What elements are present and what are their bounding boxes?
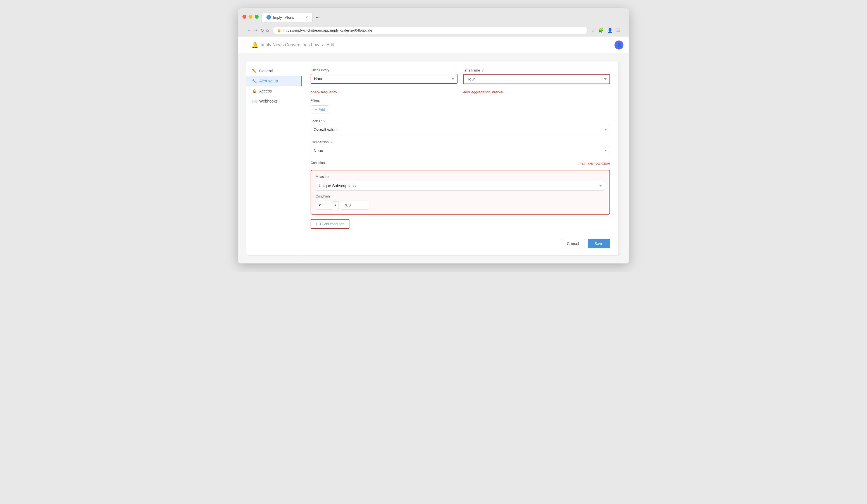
conditions-box: Measure Unique Subscriptions Condition [311, 170, 610, 215]
breadcrumb-action: Edit [326, 42, 334, 47]
app-content: ← 🔔 Imply News Conversions Low / Edit 👤 … [238, 37, 629, 264]
form-footer: Cancel Save [311, 234, 610, 248]
check-every-label: Check every [311, 68, 458, 72]
close-button[interactable] [243, 15, 246, 19]
general-icon: ✏️ [252, 69, 256, 73]
nav-buttons: ← → ↻ ⌂ [247, 28, 269, 33]
app-back-button[interactable]: ← [244, 42, 248, 47]
condition-operator-arrow[interactable]: ▼ [332, 202, 339, 209]
minimize-button[interactable] [249, 15, 253, 19]
cancel-button[interactable]: Cancel [561, 239, 585, 248]
time-frame-annotation: alert aggregation interval [463, 90, 610, 94]
look-at-group: Look at ? Overall values [311, 119, 610, 135]
conditions-section: Conditions main alert condition Measure … [311, 161, 610, 229]
browser-toolbar-icons: ☆ 🧩 👤 ☰ [591, 28, 620, 33]
measure-label: Measure [315, 175, 605, 179]
alert-setup-icon: 🔧 [252, 79, 256, 83]
check-frequency-annotation: check frequency [311, 90, 458, 94]
time-frame-help-icon[interactable]: ? [482, 68, 483, 72]
sidebar-item-general[interactable]: ✏️ General [246, 66, 302, 76]
look-at-select[interactable]: Overall values [311, 125, 610, 135]
conditions-label: Conditions [311, 161, 327, 165]
traffic-lights [243, 15, 259, 19]
active-tab[interactable]: i Imply - Alerts × [262, 13, 312, 22]
comparison-label: Comparison ? [311, 140, 610, 144]
forward-nav-button[interactable]: → [254, 28, 258, 33]
condition-operator-select[interactable]: < [315, 201, 332, 210]
add-filter-label: Add [319, 107, 325, 111]
breadcrumb: Imply News Conversions Low / Edit [260, 42, 334, 47]
measure-select[interactable]: Unique Subscriptions [315, 181, 605, 191]
app-header: ← 🔔 Imply News Conversions Low / Edit 👤 [238, 37, 629, 53]
tab-close-button[interactable]: × [306, 15, 308, 19]
content-card: ✏️ General 🔧 Alert setup 🔒 Access ✉️ Web… [246, 62, 621, 255]
comparison-select[interactable]: None [311, 146, 610, 156]
add-filter-plus-icon: + [315, 107, 317, 111]
sidebar-item-access[interactable]: 🔒 Access [246, 86, 302, 96]
sidebar-item-label-webhooks: Webhooks [259, 99, 278, 103]
tab-favicon: i [267, 15, 271, 20]
comparison-group: Comparison ? None [311, 140, 610, 156]
new-tab-button[interactable]: + [313, 14, 321, 22]
profile-icon[interactable]: 👤 [607, 28, 613, 33]
time-frame-group: Time frame ? Hour [463, 68, 610, 84]
app-header-bell-icon: 🔔 [251, 42, 258, 48]
annotation-row: check frequency alert aggregation interv… [311, 90, 610, 94]
look-at-help-icon[interactable]: ? [323, 119, 325, 123]
breadcrumb-sep: / [322, 42, 323, 47]
condition-operator-group: < ▼ [315, 201, 339, 210]
bookmark-icon[interactable]: ☆ [591, 28, 595, 33]
add-filter-button[interactable]: + Add [311, 105, 329, 114]
filters-section: Filters + Add [311, 99, 610, 114]
form-area: Check every Hour Time frame ? [302, 62, 618, 255]
comparison-help-icon[interactable]: ? [330, 140, 332, 144]
check-every-group: Check every Hour [311, 68, 458, 84]
url-text: https://imply-clickstream.app.imply.io/a… [283, 28, 372, 32]
condition-input-row: < ▼ [315, 201, 605, 210]
condition-row: Condition < ▼ [315, 194, 605, 210]
url-bar[interactable]: 🔒 https://imply-clickstream.app.imply.io… [272, 26, 588, 34]
add-condition-label: + Add condition [320, 222, 344, 226]
measure-group: Measure Unique Subscriptions [315, 175, 605, 191]
add-condition-button[interactable]: + + Add condition [311, 219, 350, 229]
sidebar-item-webhooks[interactable]: ✉️ Webhooks [246, 96, 302, 106]
back-nav-button[interactable]: ← [247, 28, 251, 33]
avatar-icon: 👤 [617, 43, 621, 47]
save-button[interactable]: Save [588, 239, 610, 248]
breadcrumb-page: Imply News Conversions Low [260, 42, 319, 47]
check-every-timeframe-row: Check every Hour Time frame ? [311, 68, 610, 84]
scrollbar[interactable] [618, 62, 621, 255]
address-bar: ← → ↻ ⌂ 🔒 https://imply-clickstream.app.… [243, 24, 624, 37]
main-alert-condition-annotation: main alert condition [578, 161, 610, 165]
reload-button[interactable]: ↻ [260, 28, 264, 33]
menu-icon[interactable]: ☰ [616, 28, 620, 33]
sidebar-item-label-general: General [259, 69, 273, 73]
security-icon: 🔒 [277, 29, 281, 32]
look-at-label: Look at ? [311, 119, 610, 123]
maximize-button[interactable] [255, 15, 259, 19]
sidebar: ✏️ General 🔧 Alert setup 🔒 Access ✉️ Web… [246, 62, 302, 255]
time-frame-label: Time frame ? [463, 68, 610, 72]
tab-bar: i Imply - Alerts × + [262, 13, 321, 22]
time-frame-select[interactable]: Hour [463, 74, 610, 84]
avatar[interactable]: 👤 [614, 41, 623, 50]
filters-label: Filters [311, 99, 610, 103]
webhooks-icon: ✉️ [252, 99, 256, 103]
sidebar-item-alert-setup[interactable]: 🔧 Alert setup [246, 76, 302, 86]
sidebar-item-label-alert-setup: Alert setup [259, 79, 278, 83]
browser-titlebar: i Imply - Alerts × + ← → ↻ ⌂ 🔒 https://i… [238, 8, 629, 37]
access-icon: 🔒 [252, 89, 256, 93]
tab-title: Imply - Alerts [273, 15, 294, 20]
condition-label: Condition [315, 194, 605, 199]
home-button[interactable]: ⌂ [266, 28, 269, 33]
browser-window: i Imply - Alerts × + ← → ↻ ⌂ 🔒 https://i… [238, 8, 629, 264]
check-every-select[interactable]: Hour [311, 74, 458, 84]
sidebar-item-label-access: Access [259, 89, 272, 93]
condition-value-input[interactable] [341, 201, 369, 210]
extensions-icon[interactable]: 🧩 [598, 28, 604, 33]
add-condition-plus-icon: + [315, 222, 318, 226]
main-layout: ✏️ General 🔧 Alert setup 🔒 Access ✉️ Web… [238, 53, 629, 264]
